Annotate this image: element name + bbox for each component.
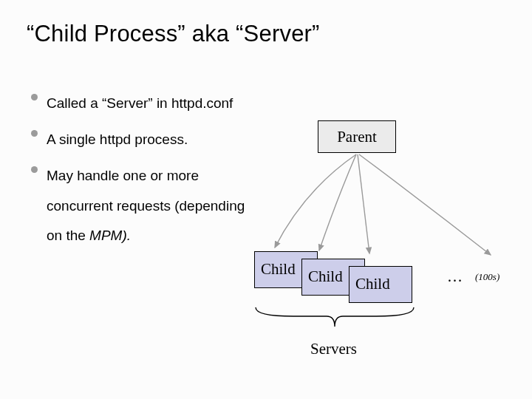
slide-title: “Child Process” aka “Server” [27, 21, 320, 47]
hundreds-label: (100s) [475, 271, 499, 283]
bullet-text-part: May handle one or more concurrent reques… [47, 168, 245, 244]
servers-label: Servers [310, 340, 357, 358]
ellipsis-label: … [447, 267, 463, 286]
bullet-icon [31, 166, 38, 173]
bullet-text-italic: MPM). [89, 228, 131, 243]
bullet-icon [31, 130, 38, 137]
bullet-text: Called a “Server” in httpd.conf [47, 89, 233, 119]
brace-icon [253, 304, 417, 334]
bullet-item: May handle one or more concurrent reques… [31, 161, 260, 252]
arrows-icon [253, 153, 511, 256]
bullet-text: May handle one or more concurrent reques… [47, 161, 260, 252]
bullet-icon [31, 94, 38, 100]
bullet-item: Called a “Server” in httpd.conf [31, 89, 260, 119]
bullet-text: A single httpd process. [47, 125, 188, 155]
bullet-item: A single httpd process. [31, 125, 260, 155]
bullet-list: Called a “Server” in httpd.conf A single… [31, 89, 260, 257]
parent-node: Parent [318, 120, 396, 153]
child-node: Child [349, 266, 412, 303]
